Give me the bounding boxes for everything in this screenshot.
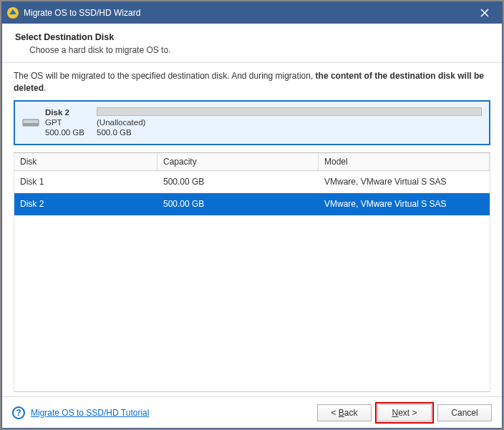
wizard-body: The OS will be migrated to the specified… (2, 63, 502, 396)
page-subtitle: Choose a hard disk to migrate OS to. (29, 45, 489, 55)
table-row[interactable]: Disk 2500.00 GBVMware, VMware Virtual S … (14, 193, 490, 215)
page-title: Select Destination Disk (15, 32, 489, 42)
cell-disk: Disk 1 (14, 171, 158, 192)
back-button[interactable]: < Back (317, 404, 372, 421)
footer: ? Migrate OS to SSD/HD Tutorial < Back N… (2, 396, 502, 428)
content-area: Select Destination Disk Choose a hard di… (2, 24, 502, 428)
warning-pre: The OS will be migrated to the specified… (14, 71, 316, 81)
selected-disk-preview: Disk 2 GPT 500.00 GB (Unallocated) 500.0… (14, 100, 490, 145)
wizard-window: Migrate OS to SSD/HD Wizard Select Desti… (1, 1, 503, 429)
cancel-button[interactable]: Cancel (437, 404, 492, 421)
titlebar: Migrate OS to SSD/HD Wizard (2, 2, 502, 24)
close-button[interactable] (470, 3, 499, 23)
disk-info: Disk 2 GPT 500.00 GB (15, 102, 94, 144)
allocation-bar (97, 107, 482, 116)
allocation-label: (Unallocated) 500.0 GB (97, 118, 482, 138)
preview-disk-name: Disk 2 (45, 107, 84, 117)
cell-model: VMware, VMware Virtual S SAS (319, 193, 490, 215)
table-header: Disk Capacity Model (14, 153, 490, 171)
col-header-disk[interactable]: Disk (14, 153, 158, 170)
preview-disk-scheme: GPT (45, 117, 84, 127)
help-icon[interactable]: ? (12, 406, 25, 419)
window-title: Migrate OS to SSD/HD Wizard (24, 8, 470, 18)
help-area: ? Migrate OS to SSD/HD Tutorial (12, 406, 149, 419)
col-header-model[interactable]: Model (319, 153, 490, 170)
cell-capacity: 500.00 GB (158, 193, 319, 215)
tutorial-link[interactable]: Migrate OS to SSD/HD Tutorial (31, 408, 149, 418)
app-icon (6, 6, 19, 19)
svg-rect-2 (23, 123, 39, 126)
next-button[interactable]: Next > (377, 404, 432, 421)
disk-info-text: Disk 2 GPT 500.00 GB (45, 107, 84, 138)
cell-model: VMware, VMware Virtual S SAS (319, 171, 490, 192)
table-row[interactable]: Disk 1500.00 GBVMware, VMware Virtual S … (14, 171, 490, 193)
preview-disk-size: 500.00 GB (45, 127, 84, 137)
disk-icon (22, 117, 39, 127)
col-header-capacity[interactable]: Capacity (158, 153, 319, 170)
warning-post: . (44, 83, 46, 93)
disk-map: (Unallocated) 500.0 GB (94, 102, 489, 144)
page-header: Select Destination Disk Choose a hard di… (2, 24, 502, 63)
cell-disk: Disk 2 (14, 193, 158, 215)
cell-capacity: 500.00 GB (158, 171, 319, 192)
close-icon (480, 9, 489, 17)
disk-table: Disk Capacity Model Disk 1500.00 GBVMwar… (14, 152, 490, 392)
table-body: Disk 1500.00 GBVMware, VMware Virtual S … (14, 171, 490, 392)
warning-text: The OS will be migrated to the specified… (14, 70, 490, 94)
